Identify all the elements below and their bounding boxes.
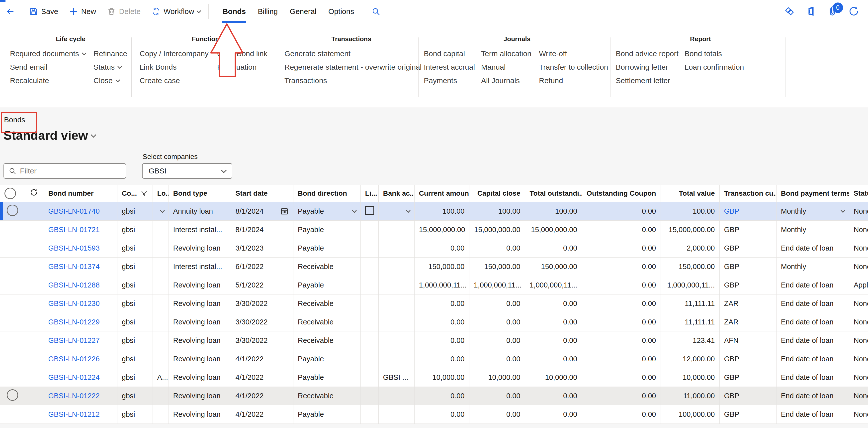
- bond-number-link[interactable]: GBSI-LN-01224: [49, 373, 100, 381]
- col-capital-close[interactable]: Capital close: [469, 185, 525, 202]
- calendar-icon[interactable]: [280, 207, 289, 216]
- bond-number-link[interactable]: GBSI-LN-01212: [49, 410, 100, 418]
- ribbon-item-link-bonds[interactable]: Link Bonds: [140, 60, 217, 74]
- table-row[interactable]: GBSI-LN-01593 gbsi Revolving loan 3/1/20…: [0, 239, 868, 257]
- table-row[interactable]: GBSI-LN-01226 gbsi Revolving loan 4/1/20…: [0, 350, 868, 368]
- cell-select[interactable]: [0, 220, 25, 239]
- currency-value[interactable]: ZAR: [724, 299, 739, 308]
- tab-options[interactable]: Options: [322, 0, 360, 23]
- cell-select[interactable]: [0, 313, 25, 331]
- ribbon-item-payments[interactable]: Payments: [424, 74, 481, 87]
- back-button[interactable]: [2, 0, 19, 23]
- ribbon-item-bond-advice-report[interactable]: Bond advice report: [616, 47, 685, 60]
- ribbon-item-borrowing-letter[interactable]: Borrowing letter: [616, 60, 685, 74]
- cell-select[interactable]: [0, 257, 25, 276]
- bond-number-link[interactable]: GBSI-LN-01229: [49, 318, 100, 326]
- cell-select[interactable]: [0, 405, 25, 424]
- workflow-button[interactable]: Workflow: [146, 0, 206, 23]
- cell-select[interactable]: [0, 387, 25, 405]
- ribbon-item-interest-accrual[interactable]: Interest accrual: [424, 60, 481, 74]
- ribbon-item-status[interactable]: Status: [93, 60, 131, 74]
- col-loan[interactable]: Lo...: [153, 185, 168, 202]
- currency-value[interactable]: ZAR: [724, 318, 739, 326]
- task-flow-button[interactable]: [784, 5, 795, 18]
- row-select-circle-icon[interactable]: [7, 389, 18, 401]
- col-start-date[interactable]: Start date: [231, 185, 293, 202]
- currency-value[interactable]: GBP: [724, 355, 739, 363]
- col-outstanding-coupon[interactable]: Outstanding Coupon: [582, 185, 660, 202]
- ribbon-item-revaluation[interactable]: Revaluation: [217, 60, 275, 74]
- cell-select[interactable]: [0, 368, 25, 387]
- col-status[interactable]: Status: [849, 185, 868, 202]
- ribbon-item-send-email[interactable]: Send email: [10, 60, 93, 74]
- currency-value[interactable]: GBP: [724, 207, 739, 215]
- tab-general[interactable]: General: [284, 0, 322, 23]
- chevron-down-icon[interactable]: [841, 208, 845, 212]
- filter-input[interactable]: [20, 167, 121, 175]
- ribbon-item-create-case[interactable]: Create case: [140, 74, 217, 87]
- table-row[interactable]: GBSI-LN-01227 gbsi Revolving loan 3/30/2…: [0, 331, 868, 350]
- ribbon-item-copy-intercompany[interactable]: Copy / Intercompany: [140, 47, 217, 60]
- table-row[interactable]: GBSI-LN-01230 gbsi Revolving loan 3/30/2…: [0, 294, 868, 313]
- ribbon-item-transactions[interactable]: Transactions: [284, 74, 418, 87]
- chevron-down-icon[interactable]: [406, 208, 410, 212]
- bond-number-link[interactable]: GBSI-LN-01226: [49, 355, 100, 363]
- cell-select[interactable]: [0, 276, 25, 294]
- ribbon-item-settlement-letter[interactable]: Settlement letter: [616, 74, 685, 87]
- view-selector[interactable]: Standard view: [3, 128, 868, 143]
- chevron-down-icon[interactable]: [160, 208, 164, 212]
- select-all-circle-icon[interactable]: [4, 188, 16, 199]
- grid-refresh-header[interactable]: [25, 185, 43, 202]
- currency-value[interactable]: GBP: [724, 262, 739, 270]
- bond-number-link[interactable]: GBSI-LN-01593: [49, 244, 100, 252]
- col-bank-account[interactable]: Bank ac...: [378, 185, 414, 202]
- cell-select[interactable]: [0, 294, 25, 313]
- currency-value[interactable]: GBP: [724, 281, 739, 289]
- ribbon-item-generate-statement[interactable]: Generate statement: [284, 47, 418, 60]
- col-transaction-currency[interactable]: Transaction cu...: [719, 185, 776, 202]
- save-button[interactable]: Save: [24, 0, 64, 23]
- table-row[interactable]: GBSI-LN-01212 gbsi Revolving loan 4/1/20…: [0, 405, 868, 424]
- link-checkbox[interactable]: [365, 206, 374, 215]
- cell-select[interactable]: [0, 202, 25, 220]
- col-current-amount[interactable]: Current amount: [414, 185, 469, 202]
- table-row[interactable]: GBSI-LN-01374 gbsi Interest instal... 6/…: [0, 257, 868, 276]
- cell-select[interactable]: [0, 239, 25, 257]
- ribbon-item-manual[interactable]: Manual: [481, 60, 539, 74]
- col-company[interactable]: Co...: [117, 185, 153, 202]
- currency-value[interactable]: GBP: [724, 410, 739, 418]
- table-row[interactable]: GBSI-LN-01222 gbsi Revolving loan 4/1/20…: [0, 387, 868, 405]
- attachments-button[interactable]: 0: [827, 5, 838, 18]
- currency-value[interactable]: AFN: [724, 336, 739, 344]
- company-combobox[interactable]: GBSI: [142, 163, 232, 179]
- col-bond-direction[interactable]: Bond direction: [293, 185, 361, 202]
- currency-value[interactable]: GBP: [724, 373, 739, 381]
- ribbon-item-write-off[interactable]: Write-off: [539, 47, 610, 60]
- bond-number-link[interactable]: GBSI-LN-01740: [49, 207, 100, 215]
- table-row[interactable]: GBSI-LN-01224 gbsi A... Revolving loan 4…: [0, 368, 868, 387]
- refresh-button[interactable]: [848, 5, 860, 18]
- chevron-down-icon[interactable]: [352, 208, 356, 212]
- cell-select[interactable]: [0, 331, 25, 350]
- currency-value[interactable]: GBP: [724, 226, 739, 234]
- ribbon-item-recalculate[interactable]: Recalculate: [10, 74, 93, 87]
- ribbon-item-bond-capital[interactable]: Bond capital: [424, 47, 481, 60]
- ribbon-item-term-allocation[interactable]: Term allocation: [481, 47, 539, 60]
- ribbon-item-refund[interactable]: Refund: [539, 74, 610, 87]
- col-total-value[interactable]: Total value: [660, 185, 719, 202]
- grid-refresh-icon[interactable]: [30, 188, 38, 197]
- ribbon-item-all-journals[interactable]: All Journals: [481, 74, 539, 87]
- filter-box[interactable]: [3, 163, 126, 179]
- table-row[interactable]: GBSI-LN-01229 gbsi Revolving loan 3/30/2…: [0, 313, 868, 331]
- tab-billing[interactable]: Billing: [252, 0, 284, 23]
- tab-bonds[interactable]: Bonds: [217, 0, 252, 23]
- bond-number-link[interactable]: GBSI-LN-01230: [49, 299, 100, 308]
- col-link[interactable]: Li...: [361, 185, 378, 202]
- ribbon-item-copy-bond-link[interactable]: Copy/Bond link: [217, 47, 275, 60]
- table-row[interactable]: GBSI-LN-01740 gbsi Annuity loan 8/1/2024…: [0, 202, 868, 220]
- bond-number-link[interactable]: GBSI-LN-01227: [49, 336, 100, 344]
- ribbon-item-bond-totals[interactable]: Bond totals: [685, 47, 785, 60]
- ribbon-item-loan-confirmation[interactable]: Loan confirmation: [685, 60, 785, 74]
- col-bond-number[interactable]: Bond number: [43, 185, 117, 202]
- select-all-header[interactable]: [0, 185, 25, 202]
